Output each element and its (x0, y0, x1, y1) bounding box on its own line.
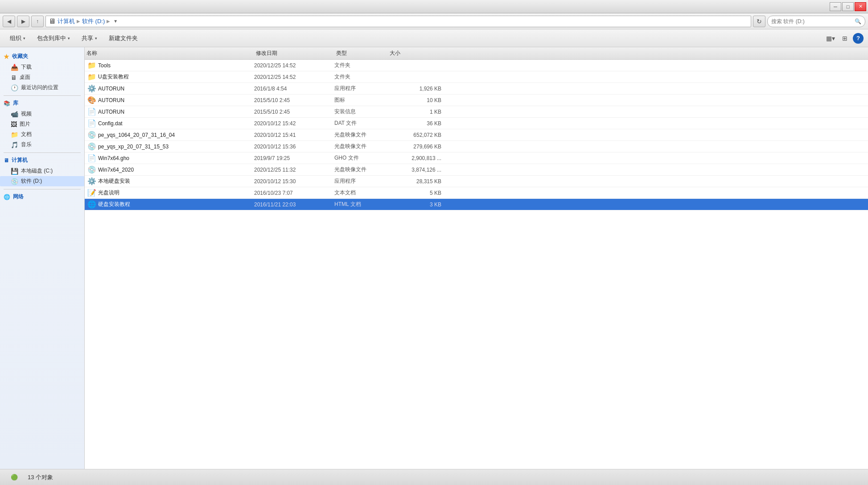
close-button[interactable]: ✕ (855, 2, 866, 11)
new-folder-button[interactable]: 新建文件夹 (103, 32, 143, 45)
sidebar-item-d-drive[interactable]: 💿 软件 (D:) (0, 176, 84, 186)
file-size-cell: 28,315 KB (388, 178, 446, 185)
breadcrumb-computer[interactable]: 计算机 (58, 17, 75, 25)
sidebar-divider-1 (4, 95, 81, 96)
file-name: 本地硬盘安装 (98, 177, 130, 185)
back-button[interactable]: ◀ (3, 16, 15, 27)
file-size-cell: 279,696 KB (388, 144, 446, 150)
col-type-label: 类型 (336, 49, 347, 57)
table-row[interactable]: 💿 pe_yqs_xp_20_07_31_15_53 2020/10/12 15… (85, 141, 868, 152)
share-button[interactable]: 共享 ▾ (76, 32, 103, 45)
sidebar-item-documents[interactable]: 📁 文档 (0, 129, 84, 140)
sidebar-item-pictures[interactable]: 🖼 图片 (0, 119, 84, 129)
sidebar-library-header[interactable]: 📚 库 (0, 98, 84, 109)
file-type-cell: HTML 文档 (334, 201, 388, 208)
breadcrumb-drive[interactable]: 软件 (D:) (82, 17, 105, 25)
d-drive-label: 软件 (D:) (21, 177, 42, 185)
file-type-icon: 📁 (87, 61, 96, 70)
help-button[interactable]: ? (853, 33, 864, 44)
download-icon: 📥 (11, 64, 18, 71)
sidebar-item-music[interactable]: 🎵 音乐 (0, 140, 84, 150)
file-name-cell: 💿 pe_yqs_xp_20_07_31_15_53 (85, 142, 254, 151)
search-input[interactable] (771, 18, 853, 25)
table-row[interactable]: 📄 Win7x64.gho 2019/9/7 19:25 GHO 文件 2,90… (85, 152, 868, 164)
file-size-cell: 1 KB (388, 109, 446, 115)
sidebar-computer-header[interactable]: 🖥 计算机 (0, 155, 84, 166)
file-size-cell: 10 KB (388, 97, 446, 103)
file-type-cell: 安装信息 (334, 108, 388, 115)
table-row[interactable]: 📄 AUTORUN 2015/5/10 2:45 安装信息 1 KB (85, 106, 868, 118)
organize-button[interactable]: 组织 ▾ (4, 32, 31, 45)
sidebar-section-library: 📚 库 📹 视频 🖼 图片 📁 文档 🎵 音乐 (0, 98, 84, 150)
file-date-cell: 2015/5/10 2:45 (254, 109, 334, 115)
documents-icon: 📁 (11, 131, 18, 138)
desktop-icon: 🖥 (11, 74, 17, 81)
sidebar-divider-2 (4, 152, 81, 153)
col-header-type[interactable]: 类型 (334, 47, 388, 59)
table-row[interactable]: 📁 Tools 2020/12/25 14:52 文件夹 (85, 60, 868, 71)
file-date-cell: 2020/10/12 15:42 (254, 120, 334, 127)
organize-arrow: ▾ (23, 36, 25, 41)
breadcrumb-dropdown[interactable]: ▼ (112, 18, 119, 25)
file-name: 光盘说明 (98, 189, 119, 197)
file-name: AUTORUN (98, 86, 124, 92)
table-row[interactable]: ⚙️ AUTORUN 2016/1/8 4:54 应用程序 1,926 KB (85, 83, 868, 95)
minimize-button[interactable]: ─ (830, 2, 841, 11)
table-row[interactable]: 🎨 AUTORUN 2015/5/10 2:45 图标 10 KB (85, 95, 868, 106)
sidebar-section-computer: 🖥 计算机 💾 本地磁盘 (C:) 💿 软件 (D:) (0, 155, 84, 186)
sidebar-item-download[interactable]: 📥 下载 (0, 62, 84, 72)
col-date-label: 修改日期 (256, 49, 277, 57)
refresh-button[interactable]: ↻ (753, 16, 765, 27)
up-button[interactable]: ↑ (31, 16, 44, 27)
file-date-cell: 2016/1/8 4:54 (254, 86, 334, 92)
view-change-button[interactable]: ▦▾ (824, 33, 837, 44)
file-type-cell: 文件夹 (334, 73, 388, 81)
share-label: 共享 (82, 34, 93, 42)
file-size-cell: 36 KB (388, 120, 446, 127)
library-label: 库 (13, 99, 18, 107)
sidebar-item-c-drive[interactable]: 💾 本地磁盘 (C:) (0, 166, 84, 176)
file-type-cell: 光盘映像文件 (334, 131, 388, 139)
add-to-library-label: 包含到库中 (37, 34, 66, 42)
download-label: 下载 (21, 63, 32, 71)
table-row[interactable]: 💿 Win7x64_2020 2020/12/25 11:32 光盘映像文件 3… (85, 164, 868, 176)
table-row[interactable]: 📝 光盘说明 2016/10/23 7:07 文本文档 5 KB (85, 187, 868, 199)
table-row[interactable]: 🌐 硬盘安装教程 2016/11/21 22:03 HTML 文档 3 KB (85, 199, 868, 210)
sidebar-item-recent[interactable]: 🕐 最近访问的位置 (0, 82, 84, 93)
file-date-cell: 2020/10/12 15:36 (254, 144, 334, 150)
new-folder-label: 新建文件夹 (109, 34, 138, 42)
file-list-header: 名称 修改日期 类型 大小 (85, 47, 868, 60)
file-name-cell: 🎨 AUTORUN (85, 96, 254, 104)
file-size-cell: 3,874,126 ... (388, 167, 446, 173)
table-row[interactable]: 💿 pe_yqs_1064_20_07_31_16_04 2020/10/12 … (85, 129, 868, 141)
pictures-label: 图片 (20, 120, 30, 128)
file-type-cell: 应用程序 (334, 85, 388, 92)
view-list-button[interactable]: ⊞ (839, 33, 851, 44)
title-bar: ─ □ ✕ (0, 0, 868, 13)
add-to-library-button[interactable]: 包含到库中 ▾ (32, 32, 75, 45)
sidebar-item-video[interactable]: 📹 视频 (0, 109, 84, 119)
table-row[interactable]: 📁 U盘安装教程 2020/12/25 14:52 文件夹 (85, 71, 868, 83)
file-name: Win7x64_2020 (98, 167, 134, 173)
table-row[interactable]: 📄 Config.dat 2020/10/12 15:42 DAT 文件 36 … (85, 118, 868, 129)
c-drive-label: 本地磁盘 (C:) (21, 167, 53, 175)
col-header-size[interactable]: 大小 (388, 47, 446, 59)
col-header-name[interactable]: 名称 (85, 47, 254, 59)
sidebar-network-header[interactable]: 🌐 网络 (0, 191, 84, 202)
music-icon: 🎵 (11, 141, 18, 148)
file-type-cell: 光盘映像文件 (334, 166, 388, 173)
file-name: 硬盘安装教程 (98, 201, 130, 208)
file-type-icon: 💿 (87, 142, 96, 151)
col-header-date[interactable]: 修改日期 (254, 47, 334, 59)
maximize-button[interactable]: □ (842, 2, 854, 11)
file-type-icon: 📁 (87, 73, 96, 81)
sidebar-item-desktop[interactable]: 🖥 桌面 (0, 72, 84, 82)
forward-button[interactable]: ▶ (17, 16, 29, 27)
table-row[interactable]: ⚙️ 本地硬盘安装 2020/10/12 15:30 应用程序 28,315 K… (85, 176, 868, 187)
c-drive-icon: 💾 (11, 168, 18, 175)
file-name-cell: ⚙️ AUTORUN (85, 84, 254, 93)
file-type-cell: 图标 (334, 96, 388, 104)
sidebar-favorites-header[interactable]: ★ 收藏夹 (0, 51, 84, 62)
status-bar: 🟢 13 个对象 (0, 469, 868, 485)
file-name: Win7x64.gho (98, 155, 129, 161)
